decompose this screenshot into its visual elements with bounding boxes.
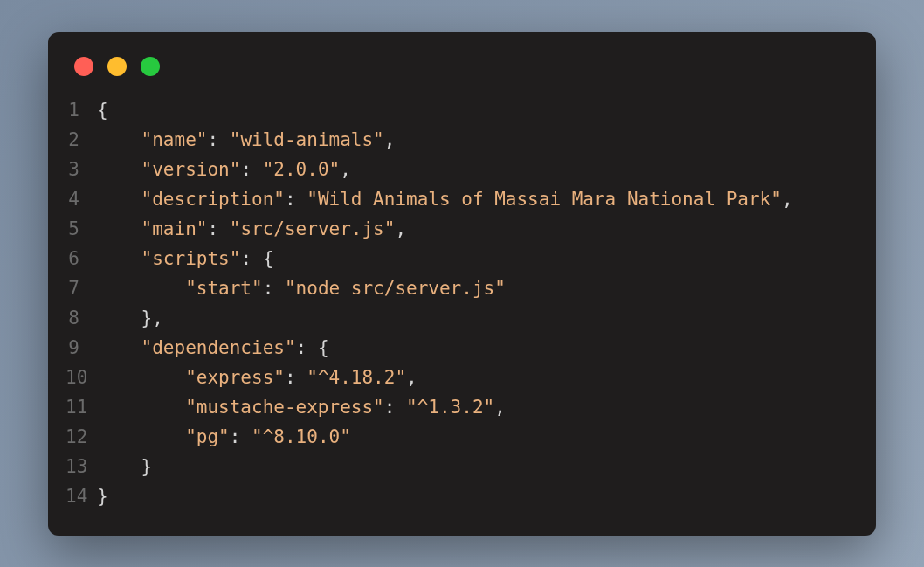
code-token xyxy=(97,129,141,150)
code-line: 14} xyxy=(66,481,858,511)
code-token: { xyxy=(97,100,108,121)
code-token: "mustache-express" xyxy=(185,397,384,418)
code-line: 6 "scripts": { xyxy=(66,244,858,273)
code-token: "^8.10.0" xyxy=(252,426,351,447)
line-content: "scripts": { xyxy=(97,244,273,273)
code-token: { xyxy=(318,337,329,358)
code-token: { xyxy=(263,248,274,269)
code-token: "node src/server.js" xyxy=(285,278,506,299)
code-token: : xyxy=(384,397,406,418)
line-number: 2 xyxy=(66,125,97,155)
code-token: }, xyxy=(141,308,163,328)
code-token: , xyxy=(395,218,406,239)
code-token: , xyxy=(782,189,793,210)
code-token: "description" xyxy=(141,189,285,210)
code-token xyxy=(97,426,185,447)
line-number: 7 xyxy=(66,273,97,303)
code-line: 9 "dependencies": { xyxy=(66,333,858,363)
code-token: : xyxy=(207,218,229,239)
line-content: "dependencies": { xyxy=(97,333,329,363)
code-token: : xyxy=(240,159,262,180)
code-token xyxy=(97,367,185,388)
close-icon[interactable] xyxy=(74,57,93,76)
code-line: 3 "version": "2.0.0", xyxy=(66,155,858,184)
code-line: 8 }, xyxy=(66,303,858,333)
line-content: "name": "wild-animals", xyxy=(97,125,395,155)
code-token: "wild-animals" xyxy=(230,129,384,150)
line-number: 1 xyxy=(66,95,97,125)
code-token: "main" xyxy=(141,218,208,239)
line-number: 11 xyxy=(66,392,97,422)
code-token xyxy=(97,218,141,239)
code-token xyxy=(97,278,185,299)
line-number: 3 xyxy=(66,155,97,184)
line-number: 6 xyxy=(66,244,97,273)
code-token xyxy=(97,248,141,269)
line-content: } xyxy=(97,452,152,481)
code-line: 1{ xyxy=(66,95,858,125)
line-number: 8 xyxy=(66,303,97,333)
code-token: "version" xyxy=(141,159,241,180)
code-token xyxy=(97,189,141,210)
line-number: 13 xyxy=(66,452,97,481)
code-token: : xyxy=(296,337,318,358)
code-line: 5 "main": "src/server.js", xyxy=(66,214,858,244)
code-token: : xyxy=(285,189,307,210)
code-token: } xyxy=(141,456,153,477)
code-token: "Wild Animals of Massai Mara National Pa… xyxy=(307,189,782,210)
line-content: "start": "node src/server.js" xyxy=(97,273,506,303)
code-token xyxy=(97,456,141,477)
line-content: "express": "^4.18.2", xyxy=(97,363,417,392)
code-line: 10 "express": "^4.18.2", xyxy=(66,363,858,392)
code-token: : xyxy=(207,129,229,150)
code-token: "^4.18.2" xyxy=(307,367,406,388)
code-line: 13 } xyxy=(66,452,858,481)
code-token: } xyxy=(97,486,108,507)
code-token: , xyxy=(494,397,506,418)
line-content: "description": "Wild Animals of Massai M… xyxy=(97,184,793,214)
code-token xyxy=(97,337,141,358)
code-token xyxy=(97,159,141,180)
line-number: 14 xyxy=(66,481,97,511)
window-titlebar xyxy=(48,32,876,92)
code-token: "src/server.js" xyxy=(230,218,396,239)
line-number: 4 xyxy=(66,184,97,214)
code-token: : xyxy=(285,367,307,388)
code-token: , xyxy=(384,129,396,150)
line-content: "pg": "^8.10.0" xyxy=(97,422,351,452)
code-token: "dependencies" xyxy=(141,337,296,358)
maximize-icon[interactable] xyxy=(141,57,160,76)
code-token: : xyxy=(240,248,262,269)
code-token: "express" xyxy=(185,367,285,388)
code-line: 4 "description": "Wild Animals of Massai… xyxy=(66,184,858,214)
code-token: , xyxy=(340,159,351,180)
code-token: "pg" xyxy=(185,426,230,447)
code-token: : xyxy=(263,278,285,299)
code-token: , xyxy=(406,367,417,388)
line-content: }, xyxy=(97,303,163,333)
code-token: "2.0.0" xyxy=(263,159,341,180)
line-content: "version": "2.0.0", xyxy=(97,155,351,184)
code-line: 2 "name": "wild-animals", xyxy=(66,125,858,155)
code-token: "start" xyxy=(185,278,263,299)
code-token: "scripts" xyxy=(141,248,241,269)
line-content: { xyxy=(97,95,108,125)
line-content: "main": "src/server.js", xyxy=(97,214,406,244)
code-token xyxy=(97,397,185,418)
code-line: 11 "mustache-express": "^1.3.2", xyxy=(66,392,858,422)
line-number: 5 xyxy=(66,214,97,244)
line-number: 10 xyxy=(66,363,97,392)
code-token xyxy=(97,308,141,328)
line-content: } xyxy=(97,481,108,511)
line-content: "mustache-express": "^1.3.2", xyxy=(97,392,506,422)
code-token: : xyxy=(230,426,252,447)
code-area[interactable]: 1{2 "name": "wild-animals",3 "version": … xyxy=(48,92,876,511)
code-line: 7 "start": "node src/server.js" xyxy=(66,273,858,303)
code-token: "name" xyxy=(141,129,208,150)
code-token: "^1.3.2" xyxy=(406,397,494,418)
line-number: 9 xyxy=(66,333,97,363)
code-editor-window: 1{2 "name": "wild-animals",3 "version": … xyxy=(48,32,876,536)
minimize-icon[interactable] xyxy=(107,57,127,76)
line-number: 12 xyxy=(66,422,97,452)
code-line: 12 "pg": "^8.10.0" xyxy=(66,422,858,452)
